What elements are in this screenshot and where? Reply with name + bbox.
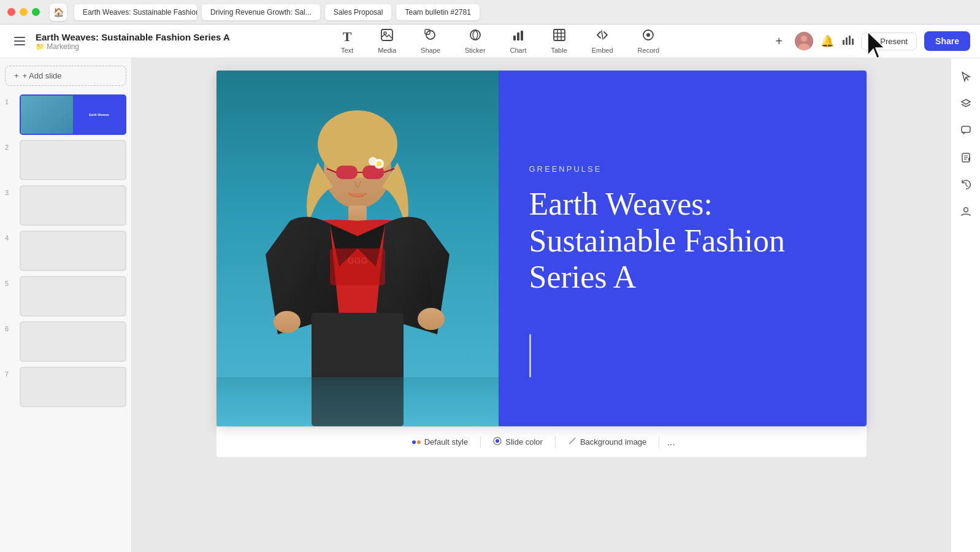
minimize-button[interactable] xyxy=(20,8,28,16)
analytics-icon[interactable] xyxy=(841,34,854,49)
tool-embed[interactable]: Embed xyxy=(588,26,617,56)
tool-shape[interactable]: Shape xyxy=(417,26,444,56)
slide-thumb-empty-3 xyxy=(21,186,125,224)
hamburger-line xyxy=(14,37,25,38)
slide-thumbnail-6[interactable] xyxy=(20,321,126,362)
chart-tool-icon xyxy=(511,28,525,45)
text-tool-label: Text xyxy=(341,47,353,54)
hamburger-line xyxy=(14,44,25,45)
slide-thumbnail-7[interactable] xyxy=(20,367,126,407)
hamburger-menu-button[interactable] xyxy=(10,31,29,51)
slide-canvas[interactable]: GGG GREENPULSE xyxy=(216,71,867,426)
doc-info: Earth Weaves: Sustainable Fashion Series… xyxy=(36,32,230,51)
tool-table[interactable]: Table xyxy=(547,26,570,56)
slide-content-area: GREENPULSE Earth Weaves:Sustainable Fash… xyxy=(499,71,867,426)
svg-line-13 xyxy=(602,31,603,39)
titlebar: 🏠 Earth Weaves: Sustainable Fashion... D… xyxy=(0,0,980,25)
tab-driving-revenue[interactable]: Driving Revenue Growth: Sal... xyxy=(202,4,320,20)
svg-rect-19 xyxy=(843,40,844,45)
record-tool-label: Record xyxy=(638,47,659,54)
sticker-tool-icon xyxy=(469,28,482,45)
tool-media[interactable]: Media xyxy=(374,26,400,56)
embed-tool-label: Embed xyxy=(592,47,613,54)
tool-text[interactable]: T Text xyxy=(337,26,357,56)
add-button[interactable]: + xyxy=(770,33,787,50)
slide-thumbnail-5[interactable] xyxy=(20,276,126,316)
tab-team-bulletin[interactable]: Team bulletin #2781 xyxy=(396,4,479,20)
media-tool-icon xyxy=(380,28,394,45)
toolbar-right: + 🔔 ▶ Present Share xyxy=(770,31,970,51)
slide-color-icon xyxy=(493,437,502,447)
style-dots-icon xyxy=(412,440,421,444)
maximize-button[interactable] xyxy=(32,8,40,16)
svg-rect-5 xyxy=(513,36,516,40)
table-tool-icon xyxy=(553,28,566,45)
svg-text:GGG: GGG xyxy=(347,256,367,266)
svg-rect-0 xyxy=(381,29,392,40)
svg-line-43 xyxy=(569,438,575,444)
toolbar-tools: T Text Media Shape xyxy=(230,26,770,56)
default-style-button[interactable]: Default style xyxy=(402,432,478,451)
slide-thumb-empty-4 xyxy=(21,232,125,270)
cursor-tool-icon[interactable] xyxy=(955,66,977,88)
document-title: Earth Weaves: Sustainable Fashion Series… xyxy=(36,32,230,42)
slide-color-button[interactable]: Slide color xyxy=(483,432,553,452)
svg-point-17 xyxy=(801,36,807,42)
main-layout: + + Add slide 1 Earth Weaves 2 3 xyxy=(0,58,980,552)
sticker-tool-label: Sticker xyxy=(465,47,486,54)
media-tool-label: Media xyxy=(378,47,396,54)
home-button[interactable]: 🏠 xyxy=(50,4,67,21)
svg-rect-7 xyxy=(521,31,523,40)
share-button[interactable]: Share xyxy=(924,31,970,51)
shape-tool-icon xyxy=(424,28,437,45)
background-image-button[interactable]: Background image xyxy=(558,432,656,452)
tool-sticker[interactable]: Sticker xyxy=(461,26,489,56)
shape-tool-label: Shape xyxy=(421,47,440,54)
history-icon[interactable] xyxy=(955,174,977,196)
tool-record[interactable]: Record xyxy=(634,26,663,56)
slide-number-7: 7 xyxy=(5,367,15,378)
slide-thumbnail-4[interactable] xyxy=(20,231,126,271)
toolbar-left: Earth Weaves: Sustainable Fashion Series… xyxy=(10,31,230,51)
tab-earth-weaves[interactable]: Earth Weaves: Sustainable Fashion... xyxy=(74,4,197,20)
bottom-toolbar: Default style Slide color Background ima… xyxy=(216,426,867,457)
notes-icon[interactable] xyxy=(955,147,977,169)
right-panel xyxy=(951,58,980,552)
chart-tool-label: Chart xyxy=(510,47,527,54)
close-button[interactable] xyxy=(7,8,15,16)
comment-icon[interactable] xyxy=(955,120,977,142)
add-slide-button[interactable]: + + Add slide xyxy=(5,66,126,86)
slide-thumb-preview-1: Earth Weaves xyxy=(21,96,125,134)
svg-rect-40 xyxy=(216,377,499,426)
slide-number-4: 4 xyxy=(5,231,15,242)
slide-row-5: 5 xyxy=(5,276,126,316)
canvas-area[interactable]: GGG GREENPULSE xyxy=(132,58,951,552)
notification-bell-icon[interactable]: 🔔 xyxy=(821,34,834,48)
more-options-button[interactable]: ... xyxy=(662,433,680,451)
svg-point-38 xyxy=(418,308,445,330)
toolbar-separator-2 xyxy=(555,436,556,448)
slide-thumbnail-1[interactable]: Earth Weaves xyxy=(20,94,126,135)
slide-thumbnail-2[interactable] xyxy=(20,140,126,180)
slide-thumb-empty-7 xyxy=(21,368,125,406)
user-avatar[interactable] xyxy=(795,32,813,50)
svg-rect-21 xyxy=(849,36,851,45)
svg-rect-26 xyxy=(336,166,358,179)
toolbar-separator-3 xyxy=(659,436,659,448)
slide-number-1: 1 xyxy=(5,94,15,105)
traffic-lights xyxy=(7,8,40,16)
layers-icon[interactable] xyxy=(955,93,977,115)
embed-tool-icon xyxy=(595,28,609,45)
slide-thumb-empty-6 xyxy=(21,323,125,361)
slide-row-7: 7 xyxy=(5,367,126,407)
account-icon[interactable] xyxy=(955,201,977,223)
svg-point-2 xyxy=(426,31,435,39)
table-tool-label: Table xyxy=(551,47,567,54)
text-tool-icon: T xyxy=(343,29,352,45)
svg-rect-35 xyxy=(330,248,385,285)
slide-thumb-empty-5 xyxy=(21,277,125,315)
tool-chart[interactable]: Chart xyxy=(507,26,530,56)
slide-thumbnail-3[interactable] xyxy=(20,185,126,226)
tab-sales-proposal[interactable]: Sales Proposal xyxy=(325,4,392,20)
present-button[interactable]: ▶ Present xyxy=(861,33,917,50)
